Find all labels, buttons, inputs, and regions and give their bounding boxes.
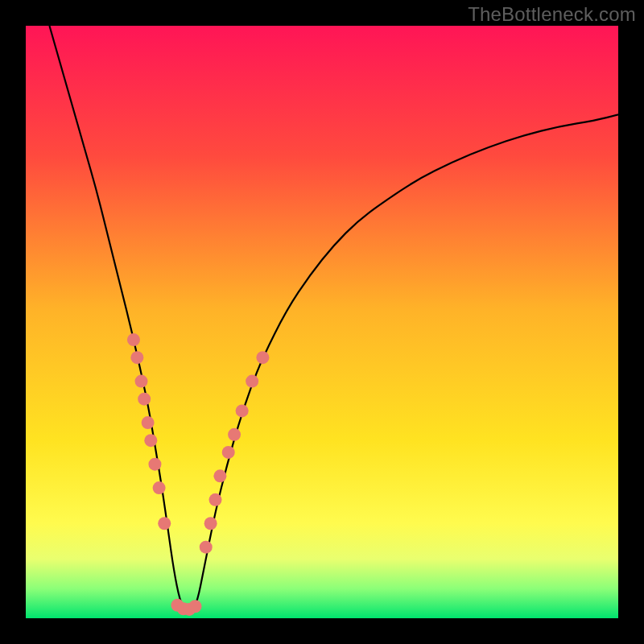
data-point [144, 434, 157, 447]
data-point [138, 393, 151, 406]
data-point [130, 351, 143, 364]
watermark-text: TheBottleneck.com [468, 3, 636, 26]
data-point [188, 600, 201, 613]
data-point [148, 458, 161, 471]
chart-container: TheBottleneck.com [0, 0, 644, 644]
data-point [228, 428, 241, 441]
data-point [200, 541, 213, 554]
data-point [142, 416, 155, 429]
data-point [256, 351, 269, 364]
data-point [213, 469, 226, 482]
data-point [158, 517, 171, 530]
data-point [209, 493, 222, 506]
plot-area [26, 26, 618, 618]
data-point [246, 375, 258, 388]
chart-svg [26, 26, 618, 618]
data-point [153, 481, 166, 494]
data-point [135, 375, 148, 388]
data-point [204, 517, 217, 530]
data-point [222, 446, 235, 459]
data-point [236, 404, 249, 417]
data-point [127, 333, 140, 346]
gradient-background [26, 26, 618, 618]
